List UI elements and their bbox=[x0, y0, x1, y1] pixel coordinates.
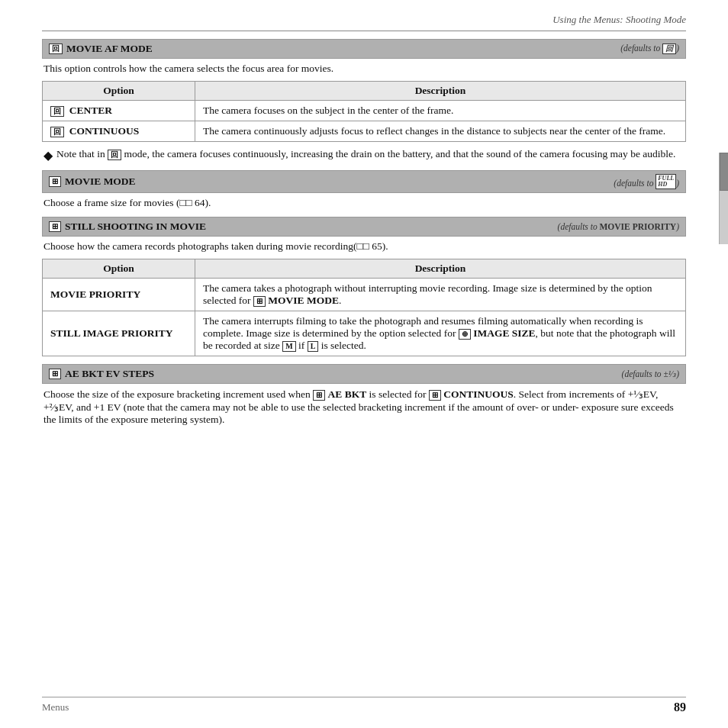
col-header-desc: Description bbox=[195, 82, 686, 101]
ae-bkt-title-area: ⊞ AE BKT EV STEPS bbox=[49, 368, 154, 380]
still-shooting-header: ⊞ STILL SHOOTING IN MOVIE (defaults to M… bbox=[42, 217, 686, 237]
image-size-icon: ⊕ bbox=[459, 329, 471, 340]
still-shooting-icon: ⊞ bbox=[49, 221, 61, 232]
still-shooting-title: STILL SHOOTING IN MOVIE bbox=[65, 221, 206, 233]
page-number: 89 bbox=[674, 701, 686, 714]
table-row: STILL IMAGE PRIORITY The camera interrup… bbox=[43, 311, 686, 356]
col-header-option: Option bbox=[43, 82, 195, 101]
note-bullet: ◆ bbox=[43, 148, 53, 163]
movie-mode-title-area: ⊞ MOVIE MODE bbox=[49, 176, 136, 188]
movie-mode-desc: Choose a frame size for movies (□□ 64). bbox=[42, 197, 686, 209]
scrollbar-track[interactable] bbox=[719, 153, 728, 244]
ae-bkt-desc: Choose the size of the exposure bracketi… bbox=[42, 388, 686, 426]
center-icon: 回 bbox=[50, 106, 64, 117]
option-movie-priority: MOVIE PRIORITY bbox=[43, 279, 195, 311]
movie-mode-default-icon: FULLHD bbox=[656, 174, 676, 189]
movie-af-note: ◆ Note that in 回 mode, the camera focuse… bbox=[42, 148, 686, 163]
movie-mode-ref-icon: ⊞ bbox=[253, 296, 266, 307]
table-row: 回 CONTINUOUS The camera continuously adj… bbox=[43, 121, 686, 142]
movie-af-icon: 回 bbox=[49, 43, 63, 54]
still-shooting-desc: Choose how the camera records photograph… bbox=[42, 240, 686, 253]
ae-bkt-title: AE BKT EV STEPS bbox=[65, 368, 154, 380]
still-image-priority-desc: The camera interrupts filming to take th… bbox=[195, 311, 686, 356]
option-still-image-priority: STILL IMAGE PRIORITY bbox=[43, 311, 195, 356]
movie-af-mode-title-area: 回 MOVIE AF MODE bbox=[49, 43, 153, 55]
movie-af-mode-title: MOVIE AF MODE bbox=[66, 43, 153, 55]
movie-af-mode-defaults: (defaults to 回) bbox=[620, 43, 679, 54]
continuous-ref-icon: ⊞ bbox=[429, 390, 441, 401]
table-row: MOVIE PRIORITY The camera takes a photog… bbox=[43, 279, 686, 311]
size-m-icon: M bbox=[282, 341, 295, 352]
movie-af-default-icon: 回 bbox=[662, 43, 676, 54]
option-center: 回 CENTER bbox=[43, 101, 195, 121]
movie-mode-icon: ⊞ bbox=[49, 176, 61, 187]
scrollbar-thumb[interactable] bbox=[720, 153, 728, 191]
movie-af-mode-section: 回 MOVIE AF MODE (defaults to 回) This opt… bbox=[42, 39, 686, 163]
col-header-desc2: Description bbox=[195, 259, 686, 279]
size-l-icon: L bbox=[308, 341, 319, 352]
note-text: Note that in 回 mode, the camera focuses … bbox=[56, 148, 675, 163]
center-desc: The camera focuses on the subject in the… bbox=[195, 101, 686, 121]
movie-priority-desc: The camera takes a photograph without in… bbox=[195, 279, 686, 311]
continuous-desc: The camera continuously adjusts focus to… bbox=[195, 121, 686, 142]
still-shooting-section: ⊞ STILL SHOOTING IN MOVIE (defaults to M… bbox=[42, 217, 686, 356]
footer-label: Menus bbox=[42, 701, 69, 714]
ae-bkt-header: ⊞ AE BKT EV STEPS (defaults to ±¹⁄₃) bbox=[42, 364, 686, 384]
note-mode-icon: 回 bbox=[108, 150, 121, 160]
continuous-icon: 回 bbox=[50, 127, 64, 137]
header-text: Using the Menus: Shooting Mode bbox=[552, 14, 686, 25]
ae-bkt-icon: ⊞ bbox=[49, 369, 61, 379]
table-row: 回 CENTER The camera focuses on the subje… bbox=[43, 101, 686, 121]
ae-bkt-section: ⊞ AE BKT EV STEPS (defaults to ±¹⁄₃) Cho… bbox=[42, 364, 686, 426]
movie-af-mode-table: Option Description 回 CENTER The camera f… bbox=[42, 81, 686, 142]
page-container: Using the Menus: Shooting Mode 回 MOVIE A… bbox=[0, 0, 728, 728]
still-shooting-defaults: (defaults to MOVIE PRIORITY) bbox=[558, 222, 679, 231]
page-header: Using the Menus: Shooting Mode bbox=[42, 14, 686, 31]
movie-af-mode-desc: This option controls how the camera sele… bbox=[42, 63, 686, 75]
col-header-option2: Option bbox=[43, 259, 195, 279]
movie-af-mode-header: 回 MOVIE AF MODE (defaults to 回) bbox=[42, 39, 686, 59]
still-shooting-table: Option Description MOVIE PRIORITY The ca… bbox=[42, 259, 686, 356]
ae-bkt-defaults: (defaults to ±¹⁄₃) bbox=[622, 369, 679, 379]
movie-mode-title: MOVIE MODE bbox=[65, 176, 136, 188]
movie-mode-defaults: (defaults to FULLHD) bbox=[614, 174, 679, 189]
ae-bkt-ref-icon: ⊞ bbox=[313, 390, 325, 401]
still-shooting-title-area: ⊞ STILL SHOOTING IN MOVIE bbox=[49, 221, 206, 233]
page-footer: Menus 89 bbox=[42, 697, 686, 714]
movie-mode-section: ⊞ MOVIE MODE (defaults to FULLHD) Choose… bbox=[42, 170, 686, 209]
option-continuous: 回 CONTINUOUS bbox=[43, 121, 195, 142]
movie-mode-header: ⊞ MOVIE MODE (defaults to FULLHD) bbox=[42, 170, 686, 193]
